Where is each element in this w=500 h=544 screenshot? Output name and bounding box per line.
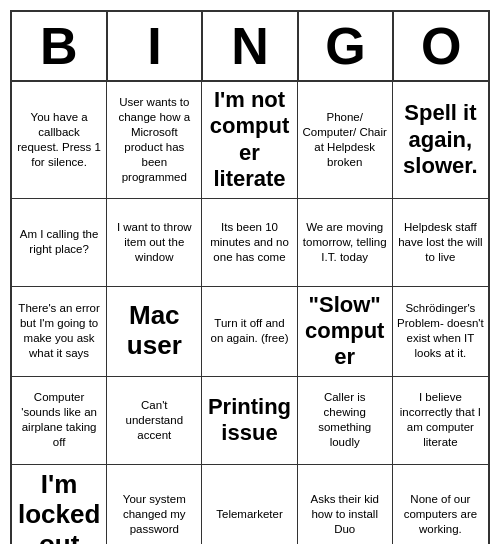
bingo-cell-4: Spell it again, slower.: [393, 82, 488, 199]
bingo-header: BINGO: [12, 12, 488, 82]
bingo-cell-21: Your system changed my password: [107, 465, 202, 544]
bingo-cell-16: Can't understand accent: [107, 377, 202, 465]
bingo-letter-o: O: [394, 12, 488, 80]
bingo-letter-n: N: [203, 12, 299, 80]
bingo-cell-17: Printing issue: [202, 377, 297, 465]
bingo-cell-15: Computer 'sounds like an airplane taking…: [12, 377, 107, 465]
bingo-cell-12: Turn it off and on again. (free): [202, 287, 297, 377]
bingo-cell-8: We are moving tomorrow, telling I.T. tod…: [298, 199, 393, 287]
bingo-letter-b: B: [12, 12, 108, 80]
bingo-cell-24: None of our computers are working.: [393, 465, 488, 544]
bingo-cell-19: I believe incorrectly that I am computer…: [393, 377, 488, 465]
bingo-cell-9: Helpdesk staff have lost the will to liv…: [393, 199, 488, 287]
bingo-cell-11: Mac user: [107, 287, 202, 377]
bingo-cell-14: Schrödinger's Problem- doesn't exist whe…: [393, 287, 488, 377]
bingo-letter-i: I: [108, 12, 204, 80]
bingo-cell-20: I'm locked out: [12, 465, 107, 544]
bingo-grid: You have a callback request. Press 1 for…: [12, 82, 488, 544]
bingo-cell-6: I want to throw item out the window: [107, 199, 202, 287]
bingo-card: BINGO You have a callback request. Press…: [10, 10, 490, 544]
bingo-cell-7: Its been 10 minutes and no one has come: [202, 199, 297, 287]
bingo-cell-1: User wants to change how a Microsoft pro…: [107, 82, 202, 199]
bingo-cell-23: Asks their kid how to install Duo: [298, 465, 393, 544]
bingo-cell-18: Caller is chewing something loudly: [298, 377, 393, 465]
bingo-cell-13: "Slow" computer: [298, 287, 393, 377]
bingo-cell-3: Phone/ Computer/ Chair at Helpdesk broke…: [298, 82, 393, 199]
bingo-letter-g: G: [299, 12, 395, 80]
bingo-cell-22: Telemarketer: [202, 465, 297, 544]
bingo-cell-10: There's an error but I'm going to make y…: [12, 287, 107, 377]
bingo-cell-2: I'm not computer literate: [202, 82, 297, 199]
bingo-cell-5: Am I calling the right place?: [12, 199, 107, 287]
bingo-cell-0: You have a callback request. Press 1 for…: [12, 82, 107, 199]
